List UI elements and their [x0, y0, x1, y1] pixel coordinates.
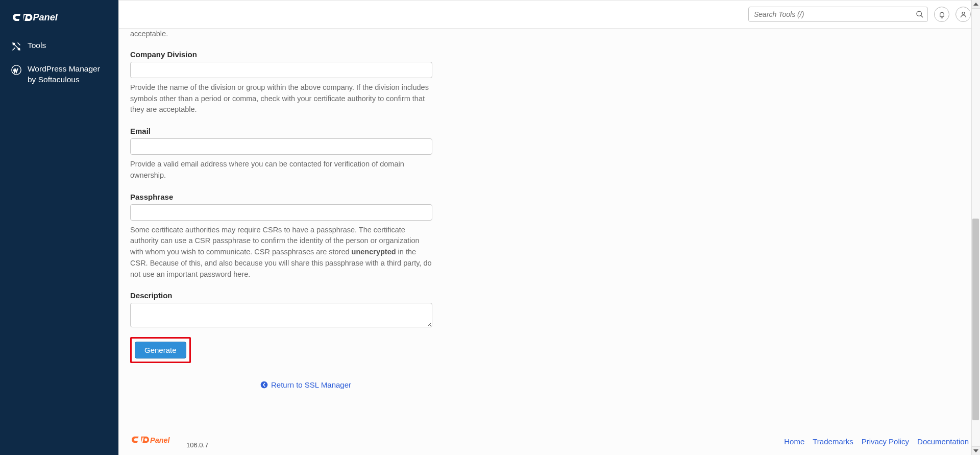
footer-link-trademarks[interactable]: Trademarks: [813, 437, 853, 446]
main-area: acceptable. Company Division Provide the…: [118, 0, 980, 455]
footer-links: Home Trademarks Privacy Policy Documenta…: [784, 437, 969, 446]
footer: Panel 106.0.7 Home Trademarks Privacy Po…: [119, 431, 980, 455]
scroll-down-button[interactable]: [971, 446, 980, 455]
email-label: Email: [130, 127, 432, 135]
sidebar-item-tools[interactable]: Tools: [0, 34, 118, 58]
tools-icon: [11, 41, 21, 52]
company-division-label: Company Division: [130, 50, 432, 59]
svg-text:Panel: Panel: [150, 436, 170, 444]
search-wrap: [748, 7, 928, 22]
cpanel-footer-logo-icon: Panel: [130, 434, 185, 447]
return-link-label: Return to SSL Manager: [271, 380, 351, 389]
email-help: Provide a valid email address where you …: [130, 159, 432, 181]
generate-highlight: Generate: [130, 337, 191, 363]
wordpress-icon: [11, 65, 21, 75]
sidebar-item-label: Tools: [28, 40, 107, 51]
svg-point-9: [144, 438, 147, 441]
footer-left: Panel 106.0.7: [130, 434, 208, 449]
account-button[interactable]: [955, 7, 971, 22]
generate-button[interactable]: Generate: [135, 342, 186, 358]
svg-point-0: [27, 16, 30, 19]
passphrase-input[interactable]: [130, 204, 432, 221]
sidebar-item-wordpress[interactable]: WordPress Manager by Softaculous: [0, 58, 118, 91]
return-to-ssl-manager-link[interactable]: Return to SSL Manager: [260, 380, 351, 389]
passphrase-label: Passphrase: [130, 193, 432, 201]
user-icon: [960, 11, 967, 18]
notifications-button[interactable]: [934, 7, 949, 22]
scrollbar-track[interactable]: [971, 9, 980, 446]
svg-line-6: [921, 15, 923, 17]
email-input[interactable]: [130, 138, 432, 155]
sidebar-item-label: WordPress Manager by Softaculous: [28, 64, 107, 85]
cpanel-logo: Panel: [0, 0, 118, 34]
svg-text:Panel: Panel: [33, 12, 58, 22]
scrollbar-thumb[interactable]: [972, 219, 979, 420]
svg-point-7: [962, 12, 965, 14]
company-division-input[interactable]: [130, 62, 432, 78]
search-icon: [916, 10, 924, 18]
search-input[interactable]: [748, 7, 928, 22]
arrow-left-circle-icon: [260, 381, 268, 389]
company-division-help: Provide the name of the division or grou…: [130, 82, 432, 115]
svg-point-5: [917, 11, 921, 16]
sidebar: Panel Tools WordPress Manager by Softacu…: [0, 0, 118, 455]
passphrase-help-strong: unencrypted: [352, 248, 396, 256]
intro-help-tail: acceptable.: [130, 29, 432, 40]
description-input[interactable]: [130, 303, 432, 327]
svg-point-8: [261, 381, 268, 389]
cpanel-logo-icon: Panel: [11, 9, 65, 26]
footer-link-privacy[interactable]: Privacy Policy: [862, 437, 909, 446]
version-text: 106.0.7: [186, 441, 208, 449]
bell-icon: [938, 11, 946, 18]
footer-link-docs[interactable]: Documentation: [917, 437, 969, 446]
scroll-up-button[interactable]: [971, 0, 980, 9]
content: acceptable. Company Division Provide the…: [119, 29, 980, 431]
passphrase-help: Some certificate authorities may require…: [130, 225, 432, 280]
description-label: Description: [130, 291, 432, 300]
topbar: [119, 0, 980, 29]
footer-link-home[interactable]: Home: [784, 437, 804, 446]
